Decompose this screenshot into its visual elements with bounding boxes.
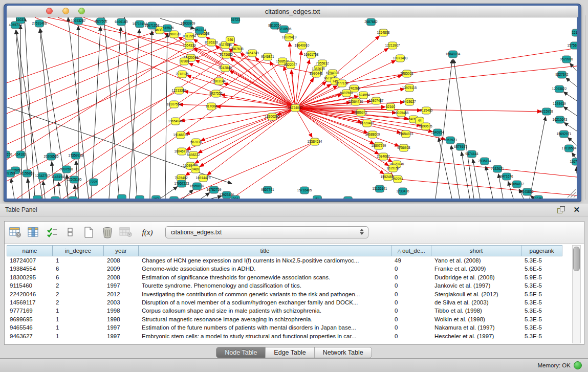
table-row[interactable]: 1872400712008Changes of HCN gene express… bbox=[7, 256, 571, 265]
graph-node[interactable]: 13975115 bbox=[402, 84, 417, 92]
graph-node[interactable]: 1154808 bbox=[377, 29, 390, 36]
graph-node[interactable]: 15751074 bbox=[568, 42, 577, 49]
table-row[interactable]: 2242004622012Investigating the contribut… bbox=[7, 290, 571, 298]
graph-node[interactable]: 16210643 bbox=[553, 116, 568, 123]
graph-node[interactable]: 1640954 bbox=[431, 129, 444, 136]
graph-node[interactable]: 9489 bbox=[191, 166, 200, 173]
graph-node[interactable]: 2935114 bbox=[478, 158, 491, 165]
graph-node[interactable]: 8427552 bbox=[209, 90, 223, 97]
table-source-select[interactable]: citations_edges.txt bbox=[165, 226, 368, 238]
graph-node[interactable]: 36 bbox=[344, 196, 353, 199]
graph-node[interactable]: 164183 bbox=[15, 151, 26, 158]
graph-node[interactable]: 11156863 bbox=[20, 170, 34, 177]
network-window-titlebar[interactable]: citations_edges.txt bbox=[7, 6, 578, 17]
graph-node[interactable]: 9529986 bbox=[560, 56, 573, 63]
graph-node[interactable]: 19654948 bbox=[168, 118, 183, 125]
memory-status-indicator[interactable] bbox=[574, 361, 582, 369]
graph-node[interactable]: 5498222 bbox=[187, 151, 200, 159]
graph-node[interactable]: 9463627 bbox=[403, 98, 416, 105]
graph-node[interactable]: 8471676 bbox=[500, 173, 513, 180]
graph-node[interactable]: 16782759 bbox=[207, 186, 222, 193]
graph-node[interactable]: 163 bbox=[152, 195, 161, 199]
table-settings-icon[interactable] bbox=[8, 225, 23, 240]
graph-node[interactable]: 9097588 bbox=[60, 166, 73, 173]
column-header-in_degree[interactable]: in_degree bbox=[53, 245, 104, 256]
graph-node[interactable]: 39159 bbox=[7, 170, 15, 177]
graph-node[interactable]: 18107552 bbox=[167, 101, 182, 108]
graph-node[interactable]: 18325419 bbox=[282, 34, 297, 41]
column-header-short[interactable]: short bbox=[431, 245, 521, 256]
table-scrollbar[interactable] bbox=[572, 245, 581, 343]
table-row[interactable]: 1456911722003Disruption of a novel membe… bbox=[7, 298, 571, 307]
rows-icon[interactable] bbox=[63, 225, 78, 240]
graph-node[interactable]: 8215958 bbox=[540, 108, 553, 115]
graph-node[interactable]: 12093822 bbox=[552, 85, 567, 93]
table-row[interactable]: 946554611997Estimation of the future num… bbox=[7, 323, 571, 332]
graph-node[interactable]: 2718126 bbox=[176, 71, 189, 78]
graph-node[interactable]: 10025458 bbox=[394, 110, 409, 117]
graph-node[interactable]: 16848784 bbox=[446, 51, 461, 58]
table-row[interactable]: 911546021997Tourette syndrome. Phenomeno… bbox=[7, 281, 571, 290]
graph-node[interactable]: 16033 bbox=[16, 17, 25, 24]
graph-node[interactable]: 6497568 bbox=[340, 90, 353, 97]
graph-node[interactable]: 2687682 bbox=[364, 18, 378, 26]
graph-node[interactable]: 8953923 bbox=[444, 137, 457, 144]
graph-node[interactable] bbox=[118, 194, 126, 199]
table-row[interactable]: 946362711997Embryonic stem cells: a mode… bbox=[7, 332, 571, 340]
graph-node[interactable]: 9245852 bbox=[520, 188, 534, 195]
column-select-icon[interactable] bbox=[26, 225, 41, 240]
row-select-icon[interactable] bbox=[45, 225, 60, 240]
graph-node[interactable]: 19166825 bbox=[173, 132, 188, 139]
graph-node[interactable]: 12342757 bbox=[35, 172, 50, 180]
graph-node[interactable]: 1624554 bbox=[357, 92, 370, 99]
graph-node[interactable] bbox=[51, 196, 60, 199]
graph-node[interactable]: 8990448 bbox=[310, 70, 323, 77]
graph-node[interactable] bbox=[136, 195, 144, 199]
graph-node[interactable]: 2084067 bbox=[377, 153, 390, 160]
graph-node[interactable]: 7485063 bbox=[400, 70, 413, 77]
graph-node[interactable]: 7225 bbox=[90, 179, 98, 186]
graph-node[interactable]: 95 bbox=[170, 196, 179, 199]
graph-node[interactable]: 98960 bbox=[180, 58, 189, 65]
graph-node[interactable]: 19218596 bbox=[277, 26, 292, 33]
table-row[interactable]: 969969511998Structural magnetic resonanc… bbox=[7, 315, 571, 323]
graph-node[interactable] bbox=[69, 196, 78, 199]
graph-node[interactable]: 15584534 bbox=[308, 138, 322, 145]
graph-node[interactable]: 10654112 bbox=[510, 181, 525, 188]
graph-node[interactable]: 9115460 bbox=[420, 107, 433, 114]
column-header-name[interactable]: name bbox=[7, 245, 53, 256]
table-row[interactable]: 1938455462009Genome-wide association stu… bbox=[7, 265, 571, 273]
graph-node[interactable]: 252254 bbox=[392, 176, 403, 183]
table-row[interactable]: 977716911998Corpus callosum shape and si… bbox=[7, 307, 571, 315]
graph-node[interactable]: 9474444 bbox=[465, 150, 478, 158]
graph-node[interactable]: 567833 bbox=[190, 139, 202, 146]
graph-node[interactable]: 9227342 bbox=[555, 71, 569, 78]
graph-node[interactable]: 1244419 bbox=[553, 100, 566, 107]
graph-node[interactable]: 15720407 bbox=[360, 120, 375, 127]
graph-node[interactable]: 7632621 bbox=[491, 165, 504, 172]
table-scrollbar-thumb[interactable] bbox=[573, 247, 580, 271]
column-header-pagerank[interactable]: pagerank bbox=[521, 245, 562, 256]
tab-node-table[interactable]: Node Table bbox=[216, 347, 265, 358]
graph-node[interactable]: 17359928 bbox=[69, 152, 83, 159]
graph-node[interactable]: 18640910 bbox=[295, 42, 310, 49]
graph-node[interactable]: 817004 bbox=[206, 103, 217, 110]
graph-node[interactable]: 51 bbox=[313, 195, 322, 199]
graph-node[interactable]: 18807299 bbox=[372, 142, 386, 149]
graph-node[interactable]: 9756928 bbox=[397, 144, 410, 151]
graph-node[interactable]: 6466160 bbox=[115, 18, 128, 26]
graph-node[interactable]: 62160 bbox=[386, 103, 395, 111]
graph-node[interactable]: 15716485 bbox=[297, 187, 312, 194]
graph-node[interactable]: 16914479 bbox=[196, 174, 211, 182]
window-resize-grip-icon[interactable] bbox=[568, 189, 576, 198]
network-view-canvas[interactable]: 1872400718300295746382286601288912954222… bbox=[7, 17, 577, 199]
graph-node[interactable]: 546 bbox=[226, 36, 235, 43]
graph-node[interactable]: 15692971 bbox=[557, 130, 572, 138]
graph-node[interactable] bbox=[33, 195, 42, 199]
column-header-title[interactable]: title bbox=[139, 245, 391, 256]
graph-node[interactable]: 1167533 bbox=[570, 158, 577, 165]
citation-network-graph[interactable]: 1872400718300295746382286601288912954222… bbox=[7, 17, 577, 199]
function-builder-icon[interactable]: f(x) bbox=[139, 228, 156, 237]
table-row[interactable]: 1830029562008Estimation of significance … bbox=[7, 273, 571, 281]
graph-node[interactable]: 17957223 bbox=[175, 180, 189, 187]
